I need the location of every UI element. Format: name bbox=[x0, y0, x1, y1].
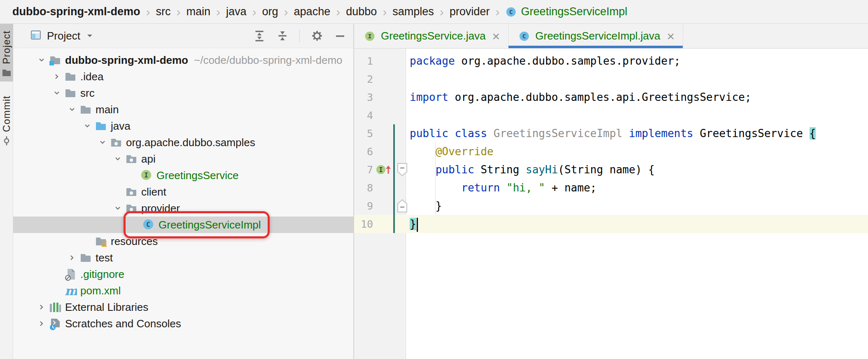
tree-item-src[interactable]: src bbox=[13, 85, 353, 101]
code-token: return bbox=[461, 182, 500, 194]
breadcrumb-item-java[interactable]: java bbox=[226, 5, 247, 18]
breadcrumb-item-dubbo[interactable]: dubbo bbox=[346, 5, 377, 18]
line-number: 7 bbox=[354, 164, 373, 176]
tree-item-.idea[interactable]: .idea bbox=[13, 68, 353, 85]
tree-item-label: org.apache.dubbo.samples bbox=[126, 136, 255, 149]
tree-item-External Libraries[interactable]: External Libraries bbox=[13, 299, 353, 315]
red-annotation-box: CGreetingsServiceImpl bbox=[124, 211, 270, 238]
chevron-expanded-icon[interactable] bbox=[111, 154, 125, 164]
project-toolwindow-header: Project bbox=[13, 24, 353, 48]
breadcrumb-item-GreetingsServiceImpl[interactable]: CGreetingsServiceImpl bbox=[505, 5, 627, 18]
tree-item-label: GreetingsServiceImpl bbox=[159, 219, 261, 231]
chevron-expanded-icon[interactable] bbox=[96, 138, 110, 147]
code-token: org.apache.dubbo.samples.api.GreetingsSe… bbox=[448, 91, 751, 103]
scratches-icon bbox=[49, 317, 62, 330]
expand-all-icon[interactable] bbox=[253, 30, 266, 42]
tree-item-GreetingsServiceImpl[interactable]: CGreetingsServiceImpl bbox=[13, 217, 353, 233]
breadcrumb-item-samples[interactable]: samples bbox=[392, 5, 434, 18]
chevron-collapsed-icon[interactable] bbox=[35, 319, 49, 329]
gutter-row: 6 bbox=[354, 142, 406, 161]
tree-item-GreetingsService[interactable]: IGreetingsService bbox=[13, 167, 353, 184]
tab-label: GreetingsServiceImpl.java bbox=[535, 30, 660, 42]
tree-item-label: api bbox=[141, 153, 156, 166]
close-tab-icon[interactable]: × bbox=[667, 30, 675, 43]
tree-item-api[interactable]: api bbox=[13, 151, 353, 167]
gutter-row: 8 bbox=[354, 179, 406, 197]
toolwindow-button-project[interactable]: Project bbox=[0, 24, 13, 82]
maven-icon: m bbox=[64, 284, 77, 297]
commit-icon bbox=[2, 136, 11, 146]
chevron-expanded-icon[interactable] bbox=[111, 203, 125, 213]
tree-item-dubbo-spring-xml-demo[interactable]: dubbo-spring-xml-demo~/code/dubbo-spring… bbox=[13, 52, 353, 68]
hide-toolwindow-icon[interactable] bbox=[334, 30, 346, 42]
code-line-9: } bbox=[410, 197, 868, 215]
class-icon: C bbox=[142, 218, 155, 231]
collapse-all-icon[interactable] bbox=[276, 30, 289, 42]
editor-tab-GreetingsServiceImpl.java[interactable]: CGreetingsServiceImpl.java× bbox=[509, 24, 683, 48]
code-line-7: public String sayHi(String name) { bbox=[410, 161, 868, 179]
editor-tab-GreetingsService.java[interactable]: IGreetingsService.java× bbox=[354, 24, 509, 48]
interface-icon: I bbox=[140, 169, 153, 182]
code-token: { bbox=[810, 127, 816, 140]
gitignore-icon bbox=[64, 268, 77, 281]
breadcrumb-item-src[interactable]: src bbox=[156, 5, 170, 18]
code-token: implements bbox=[629, 127, 693, 140]
code-line-10: } bbox=[410, 215, 868, 233]
chevron-expanded-icon[interactable] bbox=[50, 88, 64, 98]
class-icon: C bbox=[518, 30, 530, 42]
fold-start-marker[interactable] bbox=[396, 163, 408, 178]
chevron-expanded-icon[interactable] bbox=[65, 105, 79, 114]
toolwindow-button-commit[interactable]: Commit bbox=[0, 89, 13, 151]
chevron-expanded-icon[interactable] bbox=[35, 55, 49, 65]
fold-end-marker[interactable] bbox=[396, 199, 408, 214]
breadcrumb-item-provider[interactable]: provider bbox=[450, 5, 490, 18]
gutter-row: 10 bbox=[354, 215, 406, 233]
package-icon bbox=[110, 136, 123, 149]
close-tab-icon[interactable]: × bbox=[492, 30, 500, 43]
line-number: 4 bbox=[354, 110, 373, 121]
tree-item-test[interactable]: test bbox=[13, 249, 353, 266]
tree-item-label: java bbox=[111, 120, 131, 133]
line-number: 1 bbox=[354, 55, 373, 67]
tree-item-client[interactable]: client bbox=[13, 184, 353, 200]
code-editor[interactable]: 1234567I8910 package org.apache.dubbo.sa… bbox=[354, 49, 868, 359]
tree-item-main[interactable]: main bbox=[13, 101, 353, 118]
stripe-label: Commit bbox=[1, 96, 12, 132]
folder-icon bbox=[79, 251, 92, 264]
breadcrumb-separator: › bbox=[146, 6, 150, 18]
svg-text:I: I bbox=[144, 171, 148, 179]
gear-icon[interactable] bbox=[310, 29, 324, 42]
chevron-collapsed-icon[interactable] bbox=[65, 253, 79, 263]
code-line-8: return "hi, " + name; bbox=[410, 179, 868, 197]
chevron-collapsed-icon[interactable] bbox=[35, 302, 49, 312]
tree-item-org.apache.dubbo.samples[interactable]: org.apache.dubbo.samples bbox=[13, 134, 353, 151]
code-token bbox=[500, 182, 506, 194]
chevron-down-icon[interactable] bbox=[86, 33, 93, 38]
project-path-suffix: ~/code/dubbo-spring-xml-demo bbox=[194, 54, 343, 67]
implements-method-gutter-icon[interactable]: I bbox=[376, 163, 394, 176]
breadcrumb-item-main[interactable]: main bbox=[186, 5, 210, 18]
tree-item-label: Scratches and Consoles bbox=[65, 317, 181, 330]
tree-item-Scratches and Consoles[interactable]: Scratches and Consoles bbox=[13, 315, 353, 332]
tree-item-java[interactable]: java bbox=[13, 118, 353, 134]
code-token: public bbox=[436, 163, 474, 176]
code-token bbox=[410, 182, 461, 194]
package-icon bbox=[125, 152, 138, 166]
vcs-change-bar bbox=[393, 124, 395, 233]
tree-item-pom.xml[interactable]: mpom.xml bbox=[13, 282, 353, 299]
toolwindow-stripe: Project Commit bbox=[0, 24, 13, 359]
text-caret bbox=[417, 218, 418, 232]
chevron-collapsed-icon[interactable] bbox=[50, 72, 64, 82]
folder-icon bbox=[79, 103, 92, 116]
tree-item-.gitignore[interactable]: .gitignore bbox=[13, 266, 353, 282]
breadcrumb-item-apache[interactable]: apache bbox=[294, 5, 331, 18]
chevron-expanded-icon[interactable] bbox=[80, 121, 94, 131]
svg-text:I: I bbox=[368, 33, 372, 40]
breadcrumb-item-org[interactable]: org bbox=[262, 5, 278, 18]
tree-item-label: .gitignore bbox=[80, 268, 124, 281]
line-number: 2 bbox=[354, 73, 373, 85]
breadcrumb-item-dubbo-spring-xml-demo[interactable]: dubbo-spring-xml-demo bbox=[12, 5, 140, 18]
tree-item-label: .idea bbox=[80, 70, 103, 83]
interface-icon: I bbox=[364, 30, 376, 42]
code-content: package org.apache.dubbo.samples.provide… bbox=[406, 49, 868, 359]
